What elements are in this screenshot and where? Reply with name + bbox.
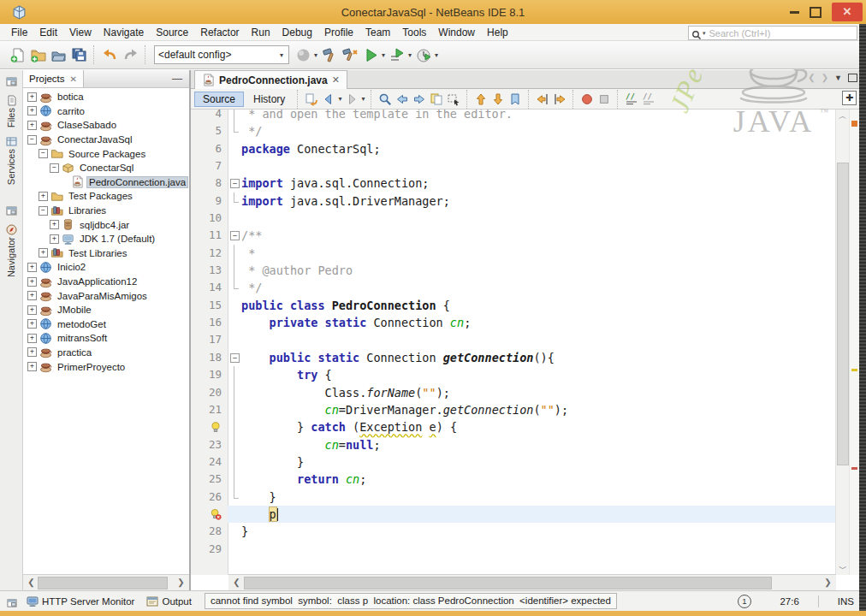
previous-bookmark-icon[interactable] [472,91,489,108]
start-macro-icon[interactable] [578,91,596,108]
line-number[interactable]: 10 [191,210,228,227]
new-project-icon[interactable] [27,44,48,65]
open-project-icon[interactable] [48,44,68,65]
rail-tab-files[interactable]: Files [6,108,16,127]
expand-toggle-icon[interactable]: + [27,362,37,371]
tree-item-primerproyecto[interactable]: +PrimerProyecto [23,359,189,374]
code-line-21[interactable]: 21 cn=DriverManager.getConnection(""); [191,401,836,418]
collapse-toggle-icon[interactable]: − [27,135,37,145]
scrollbar-thumb[interactable] [837,163,849,465]
find-previous-icon[interactable] [394,91,411,108]
code-line-28[interactable]: 28} [191,523,836,540]
tab-http-server-monitor[interactable]: HTTP Server Monitor [21,595,140,607]
scroll-left-icon[interactable]: ❮ [231,577,242,588]
find-next-icon[interactable] [411,91,428,108]
expand-toggle-icon[interactable]: + [27,263,37,272]
tree-item-jmobile[interactable]: +JMobile [23,303,189,317]
view-toggle-source[interactable]: Source [194,92,244,107]
tree-item-pedroconnection-java[interactable]: PedroConnection.java [23,175,189,190]
expand-toggle-icon[interactable]: + [50,220,59,229]
menu-item-edit[interactable]: Edit [33,24,63,41]
menu-item-profile[interactable]: Profile [318,24,359,41]
close-icon[interactable]: ✕ [832,3,863,21]
code-editor[interactable]: 4 * and open the template in the editor.… [191,110,836,575]
error-stripe-top-mark[interactable] [851,121,857,127]
profile-dropdown-icon[interactable]: ▾ [435,51,438,59]
tree-item-carrito[interactable]: +carrito [23,104,189,119]
tab-projects[interactable]: Projects✕ [23,70,84,87]
forward-dropdown-icon[interactable]: ▾ [361,95,365,103]
menu-item-help[interactable]: Help [481,24,514,41]
projects-h-scrollbar[interactable]: ❮ ❯ [23,574,189,590]
code-line-15[interactable]: 15public class PedroConnection { [191,297,836,314]
line-number[interactable]: 17 [191,331,228,348]
scroll-up-icon[interactable]: ︿ [836,110,850,122]
toggle-bookmark-icon[interactable] [507,91,524,108]
tree-item-botica[interactable]: +botica [23,90,189,104]
debug-project-icon[interactable] [387,44,407,65]
menu-item-file[interactable]: File [5,24,33,41]
expand-toggle-icon[interactable]: + [27,319,37,329]
scroll-tabs-right-icon[interactable]: ❯ [822,73,828,82]
expand-toggle-icon[interactable]: + [27,121,37,130]
expand-toggle-icon[interactable]: + [50,234,59,244]
search-input[interactable]: ▾ Search (Ctrl+I) [688,26,857,40]
code-line-11[interactable]: 11−/** [191,227,836,244]
code-line-6[interactable]: 6package ConectarSql; [191,140,836,157]
error-hint-icon[interactable] [191,506,228,523]
code-line-26[interactable]: 26 } [191,489,836,506]
fold-margin[interactable]: − [228,349,241,366]
scroll-left-icon[interactable]: ❮ [26,577,37,588]
clean-build-icon[interactable] [340,44,360,65]
scroll-right-icon[interactable]: ❯ [175,577,187,588]
search-dropdown-icon[interactable]: ▾ [703,30,706,37]
line-number[interactable]: 20 [191,384,228,401]
tree-item-conectarjavasql[interactable]: −ConectarJavaSql [23,133,189,147]
tree-item-inicio2[interactable]: +Inicio2 [23,260,189,275]
editor-h-scrollbar[interactable]: ❮ ❯ [228,574,836,590]
split-editor-icon[interactable]: ✚ [842,91,857,105]
code-line-29[interactable]: 29 [191,541,836,558]
code-line-5[interactable]: 5 */ [191,122,836,139]
line-number[interactable]: 5 [191,122,228,139]
code-line-16[interactable]: 16 private static Connection cn; [191,314,836,331]
line-number[interactable]: 14 [191,279,228,296]
fold-margin[interactable]: − [228,227,241,244]
tree-item-test-libraries[interactable]: +Test Libraries [23,246,189,261]
tab-pedroconnection-java[interactable]: PedroConnection.java ✕ [194,70,347,89]
code-line-9[interactable]: 9import java.sql.DriverManager; [191,192,836,210]
profile-project-icon[interactable] [413,44,434,65]
minimize-icon[interactable] [790,11,799,14]
debug-dropdown-icon[interactable]: ▾ [408,51,412,59]
menu-item-tools[interactable]: Tools [396,24,432,41]
line-number[interactable]: 25 [191,471,228,488]
line-number[interactable]: 12 [191,245,228,262]
tree-item-libraries[interactable]: −Libraries [23,204,189,218]
save-all-icon[interactable] [68,44,89,65]
minimize-panel-icon[interactable]: — [165,70,189,87]
line-number[interactable]: 24 [191,453,228,471]
maximize-editor-icon[interactable] [848,74,857,82]
line-number[interactable]: 6 [191,140,228,157]
tree-item-jdk-1-7-default-[interactable]: +JDK 1.7 (Default) [23,232,189,246]
tree-item-practica[interactable]: +practica [23,346,189,360]
expand-toggle-icon[interactable]: + [27,92,37,102]
code-line-20[interactable]: 20 Class.forName(""); [191,384,836,401]
menu-item-run[interactable]: Run [246,24,276,41]
collapse-toggle-icon[interactable]: − [39,149,48,158]
expand-toggle-icon[interactable]: + [27,106,37,116]
code-line-18[interactable]: 18− public static Connection getConnecti… [191,349,836,366]
config-selector[interactable]: <default config>▾ [154,45,289,64]
menu-item-navigate[interactable]: Navigate [98,24,150,41]
dock-window-icon[interactable] [7,596,17,607]
tab-output[interactable]: Output [140,595,198,607]
menu-item-refactor[interactable]: Refactor [194,24,245,41]
find-icon[interactable] [377,91,394,108]
collapse-toggle-icon[interactable]: − [39,206,48,216]
line-number[interactable]: 29 [191,541,228,558]
rail-tab-services[interactable]: Services [6,149,16,185]
line-number[interactable]: 7 [191,157,228,175]
expand-toggle-icon[interactable]: + [27,347,37,357]
expand-toggle-icon[interactable]: + [39,248,48,258]
code-line-4[interactable]: 4 * and open the template in the editor. [191,110,836,122]
